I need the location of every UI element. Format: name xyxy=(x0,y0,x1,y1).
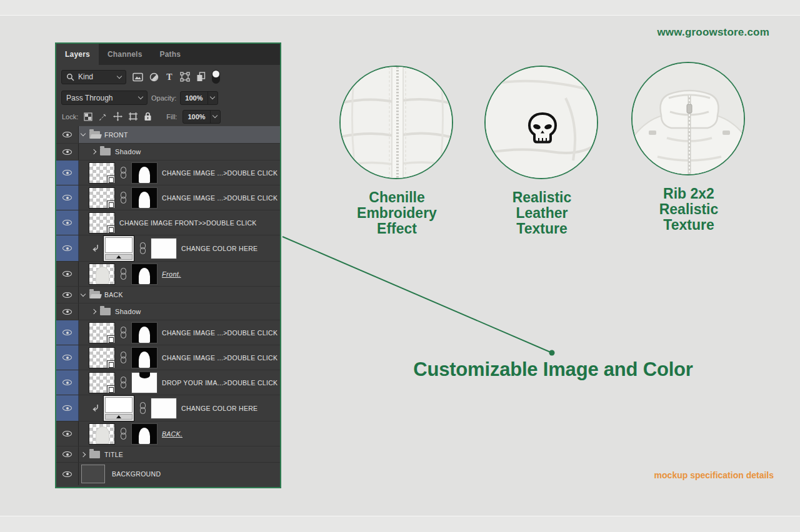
smart-object-thumbnail[interactable] xyxy=(89,372,115,393)
smart-object-thumbnail[interactable] xyxy=(89,187,115,209)
layer-row-drop-image[interactable]: DROP YOUR IMA...>DOUBLE CLICK xyxy=(56,370,280,395)
chevron-down-icon[interactable] xyxy=(81,291,86,296)
layer-name[interactable]: CHANGE IMAGE ...>DOUBLE CLICK xyxy=(162,329,278,337)
tab-paths[interactable]: Paths xyxy=(151,44,190,65)
smart-object-thumbnail[interactable] xyxy=(89,347,115,368)
layer-row-change-color[interactable]: CHANGE COLOR HERE xyxy=(56,395,280,421)
layer-row-change-image[interactable]: CHANGE IMAGE ...>DOUBLE CLICK xyxy=(56,185,280,210)
chevron-right-icon[interactable] xyxy=(81,451,86,456)
layer-row-shadow-group[interactable]: Shadow xyxy=(56,303,280,320)
layer-filter-toggle[interactable] xyxy=(212,70,220,84)
layer-name[interactable]: DROP YOUR IMA...>DOUBLE CLICK xyxy=(162,379,278,387)
blend-mode-dropdown[interactable]: Pass Through xyxy=(61,91,148,105)
layer-name[interactable]: FRONT xyxy=(104,131,128,139)
layer-row-change-image[interactable]: CHANGE IMAGE ...>DOUBLE CLICK xyxy=(56,345,280,370)
layer-mask-thumbnail[interactable] xyxy=(131,187,158,209)
layer-mask-thumbnail[interactable] xyxy=(151,238,177,259)
layer-visibility-toggle[interactable] xyxy=(56,320,79,345)
layer-row-shadow-group[interactable]: Shadow xyxy=(56,143,280,160)
folder-open-icon xyxy=(89,131,100,139)
layer-visibility-toggle[interactable] xyxy=(56,345,79,370)
pixel-layer-thumbnail[interactable] xyxy=(89,423,115,445)
layer-mask-thumbnail[interactable] xyxy=(131,322,158,343)
layer-visibility-toggle[interactable] xyxy=(56,126,79,143)
layer-mask-thumbnail[interactable] xyxy=(151,398,177,419)
kind-filter-dropdown[interactable]: Kind xyxy=(61,70,126,84)
smart-object-thumbnail[interactable] xyxy=(89,162,115,184)
layer-visibility-toggle[interactable] xyxy=(56,144,79,160)
layer-row-change-image[interactable]: CHANGE IMAGE ...>DOUBLE CLICK xyxy=(56,160,280,185)
layer-visibility-toggle[interactable] xyxy=(56,370,79,395)
smart-object-filter-icon[interactable] xyxy=(196,72,206,82)
layer-visibility-toggle[interactable] xyxy=(56,446,79,462)
pixel-layer-thumbnail[interactable] xyxy=(89,264,115,285)
layer-mask-thumbnail[interactable] xyxy=(131,423,158,445)
lock-position-icon[interactable] xyxy=(113,112,122,121)
lock-all-icon[interactable] xyxy=(144,112,152,121)
layer-name[interactable]: BACKGROUND xyxy=(112,470,161,478)
lock-artboard-icon[interactable] xyxy=(128,112,138,121)
color-fill-thumbnail[interactable] xyxy=(103,235,134,262)
layer-mask-thumbnail[interactable] xyxy=(131,372,158,393)
opacity-dropdown-button[interactable] xyxy=(208,92,218,104)
top-margin-strip xyxy=(0,0,800,16)
layer-visibility-toggle[interactable] xyxy=(56,287,79,303)
layer-name[interactable]: TITLE xyxy=(104,451,123,458)
eye-icon xyxy=(62,149,72,155)
lock-image-pixels-icon[interactable] xyxy=(98,112,108,121)
layer-row-back-pixel[interactable]: BACK. xyxy=(56,421,280,446)
layer-name[interactable]: CHANGE COLOR HERE xyxy=(181,245,258,252)
layer-name[interactable]: Front. xyxy=(162,270,181,278)
fill-dropdown-button[interactable] xyxy=(210,111,220,123)
smart-object-thumbnail[interactable] xyxy=(89,212,115,234)
layer-row-front-pixel[interactable]: Front. xyxy=(56,261,280,286)
tab-layers[interactable]: Layers xyxy=(56,44,99,65)
layer-name[interactable]: BACK. xyxy=(162,430,182,438)
pixel-layer-filter-icon[interactable] xyxy=(132,72,143,82)
chevron-right-icon[interactable] xyxy=(91,309,96,314)
shape-layer-filter-icon[interactable] xyxy=(180,72,190,82)
layer-row-change-image[interactable]: CHANGE IMAGE ...>DOUBLE CLICK xyxy=(56,320,280,345)
layer-name[interactable]: Shadow xyxy=(115,148,141,155)
layer-row-title-group[interactable]: TITLE xyxy=(56,446,280,462)
layer-visibility-toggle[interactable] xyxy=(56,395,79,421)
smart-object-thumbnail[interactable] xyxy=(89,322,115,343)
fill-value[interactable]: 100% xyxy=(183,111,209,123)
layer-row-change-color[interactable]: CHANGE COLOR HERE xyxy=(56,235,280,261)
color-fill-thumbnail[interactable] xyxy=(103,395,134,421)
layer-visibility-toggle[interactable] xyxy=(56,463,79,485)
adjustment-layer-filter-icon[interactable] xyxy=(149,72,159,82)
layer-visibility-toggle[interactable] xyxy=(56,303,79,320)
lock-transparent-pixels-icon[interactable] xyxy=(84,112,92,121)
chevron-down-icon[interactable] xyxy=(81,131,86,136)
layer-name[interactable]: CHANGE COLOR HERE xyxy=(181,405,258,412)
opacity-value[interactable]: 100% xyxy=(181,92,207,104)
layer-mask-thumbnail[interactable] xyxy=(131,264,158,285)
layer-name[interactable]: BACK xyxy=(104,291,123,298)
layer-row-back-group[interactable]: BACK xyxy=(56,286,280,303)
layer-visibility-toggle[interactable] xyxy=(56,235,79,261)
layer-row-front-group[interactable]: FRONT xyxy=(56,126,280,143)
layer-mask-thumbnail[interactable] xyxy=(131,162,158,184)
layer-mask-thumbnail[interactable] xyxy=(131,347,158,368)
layer-row-background[interactable]: BACKGROUND xyxy=(56,462,280,485)
layer-visibility-toggle[interactable] xyxy=(56,210,79,235)
tab-channels[interactable]: Channels xyxy=(99,44,151,65)
mask-link-icon xyxy=(119,192,127,204)
layer-row-change-image-front[interactable]: CHANGE IMAGE FRONT>>DOUBLE CLICK xyxy=(56,210,280,235)
fill-value-box[interactable]: 100% xyxy=(182,110,220,124)
layer-visibility-toggle[interactable] xyxy=(56,160,79,185)
layer-name[interactable]: CHANGE IMAGE ...>DOUBLE CLICK xyxy=(162,169,278,177)
background-layer-thumbnail[interactable] xyxy=(81,465,105,483)
layer-visibility-toggle[interactable] xyxy=(56,262,79,286)
type-layer-filter-icon[interactable]: T xyxy=(165,72,174,81)
puffer-zipper-image xyxy=(339,66,453,179)
layer-name[interactable]: CHANGE IMAGE ...>DOUBLE CLICK xyxy=(162,194,278,202)
layer-name[interactable]: Shadow xyxy=(115,308,141,315)
layer-visibility-toggle[interactable] xyxy=(56,185,79,210)
layer-name[interactable]: CHANGE IMAGE FRONT>>DOUBLE CLICK xyxy=(119,219,257,227)
layer-visibility-toggle[interactable] xyxy=(56,421,79,446)
chevron-right-icon[interactable] xyxy=(91,149,96,154)
layer-name[interactable]: CHANGE IMAGE ...>DOUBLE CLICK xyxy=(162,354,278,362)
opacity-value-box[interactable]: 100% xyxy=(180,91,218,105)
